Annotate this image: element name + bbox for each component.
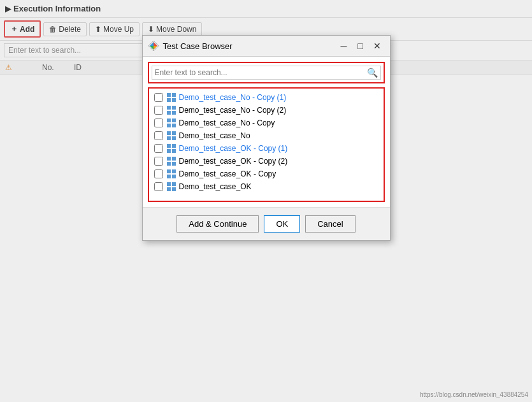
svg-rect-27 <box>167 162 171 166</box>
svg-rect-23 <box>167 149 171 153</box>
svg-rect-24 <box>172 149 176 153</box>
svg-rect-31 <box>167 175 171 178</box>
katalon-icon <box>148 40 159 52</box>
modal-title: Test Case Browser <box>163 41 336 51</box>
svg-rect-35 <box>167 187 171 191</box>
modal-titlebar: Test Case Browser ─ □ ✕ <box>143 36 390 57</box>
item-label: Demo_test_case_OK <box>179 182 378 191</box>
svg-rect-13 <box>167 118 171 122</box>
add-continue-button[interactable]: Add & Continue <box>176 215 259 233</box>
svg-rect-5 <box>167 93 171 97</box>
item-checkbox[interactable] <box>154 144 163 153</box>
list-item[interactable]: Demo_test_case_OK - Copy (1) <box>149 142 384 155</box>
list-item[interactable]: Demo_test_case_OK - Copy (2) <box>149 155 384 168</box>
test-case-icon <box>167 93 176 102</box>
svg-rect-8 <box>172 98 176 102</box>
svg-rect-11 <box>167 111 171 115</box>
list-item[interactable]: Demo_test_case_No - Copy <box>149 117 384 129</box>
svg-rect-28 <box>172 162 176 166</box>
modal-search-row: 🔍 <box>152 66 381 80</box>
svg-rect-17 <box>167 131 171 135</box>
modal-search-input[interactable] <box>155 68 367 77</box>
svg-rect-29 <box>167 169 171 173</box>
test-case-icon <box>167 182 176 191</box>
item-label: Demo_test_case_No - Copy (2) <box>179 106 378 115</box>
test-case-icon <box>167 144 176 153</box>
cancel-button[interactable]: Cancel <box>305 215 355 233</box>
test-case-icon <box>167 169 176 178</box>
item-checkbox[interactable] <box>154 131 163 140</box>
test-case-icon <box>167 106 176 115</box>
svg-rect-32 <box>172 175 176 178</box>
svg-rect-6 <box>172 93 176 97</box>
modal-close-button[interactable]: ✕ <box>370 39 385 52</box>
svg-rect-19 <box>167 136 171 140</box>
svg-rect-34 <box>172 182 176 186</box>
list-item[interactable]: Demo_test_case_OK - Copy <box>149 168 384 180</box>
ok-button[interactable]: OK <box>264 215 300 233</box>
svg-rect-36 <box>172 187 176 191</box>
item-checkbox[interactable] <box>154 118 163 127</box>
svg-rect-18 <box>172 131 176 135</box>
svg-rect-9 <box>167 106 171 110</box>
list-item[interactable]: Demo_test_case_No - Copy (1) <box>149 91 384 104</box>
modal-search-button[interactable]: 🔍 <box>367 68 378 78</box>
item-label: Demo_test_case_OK - Copy (1) <box>179 144 378 153</box>
modal-window-buttons: ─ □ ✕ <box>336 39 385 52</box>
item-checkbox[interactable] <box>154 157 163 166</box>
item-label: Demo_test_case_OK - Copy <box>179 169 378 178</box>
list-item[interactable]: Demo_test_case_No - Copy (2) <box>149 104 384 117</box>
svg-rect-16 <box>172 124 176 127</box>
test-case-icon <box>167 131 176 140</box>
item-label: Demo_test_case_No <box>179 131 378 140</box>
modal-overlay: Test Case Browser ─ □ ✕ 🔍 Demo <box>0 0 532 402</box>
modal-body: 🔍 Demo_test_case_No - Copy (1) Demo_test… <box>143 57 390 207</box>
svg-rect-7 <box>167 98 171 102</box>
svg-rect-10 <box>172 106 176 110</box>
test-case-icon <box>167 118 176 127</box>
svg-rect-33 <box>167 182 171 186</box>
svg-rect-14 <box>172 118 176 122</box>
svg-rect-20 <box>172 136 176 140</box>
test-case-icon <box>167 157 176 166</box>
modal-minimize-button[interactable]: ─ <box>336 39 352 52</box>
svg-rect-22 <box>172 144 176 148</box>
svg-rect-12 <box>172 111 176 115</box>
item-checkbox[interactable] <box>154 106 163 115</box>
item-label: Demo_test_case_OK - Copy (2) <box>179 157 378 166</box>
item-checkbox[interactable] <box>154 169 163 178</box>
item-list: Demo_test_case_No - Copy (1) Demo_test_c… <box>148 87 385 202</box>
svg-rect-26 <box>172 157 176 161</box>
modal-search-container: 🔍 <box>148 62 385 83</box>
test-case-browser-modal: Test Case Browser ─ □ ✕ 🔍 Demo <box>142 35 391 241</box>
svg-rect-30 <box>172 169 176 173</box>
watermark: https://blog.csdn.net/weixin_43884254 <box>420 391 528 398</box>
item-label: Demo_test_case_No - Copy <box>179 118 378 127</box>
list-item[interactable]: Demo_test_case_No <box>149 129 384 142</box>
modal-maximize-button[interactable]: □ <box>353 39 368 52</box>
list-item[interactable]: Demo_test_case_OK <box>149 180 384 193</box>
modal-footer: Add & Continue OK Cancel <box>143 207 390 240</box>
item-checkbox[interactable] <box>154 93 163 102</box>
item-checkbox[interactable] <box>154 182 163 191</box>
item-label: Demo_test_case_No - Copy (1) <box>179 93 378 102</box>
svg-rect-15 <box>167 124 171 127</box>
svg-rect-21 <box>167 144 171 148</box>
svg-rect-25 <box>167 157 171 161</box>
